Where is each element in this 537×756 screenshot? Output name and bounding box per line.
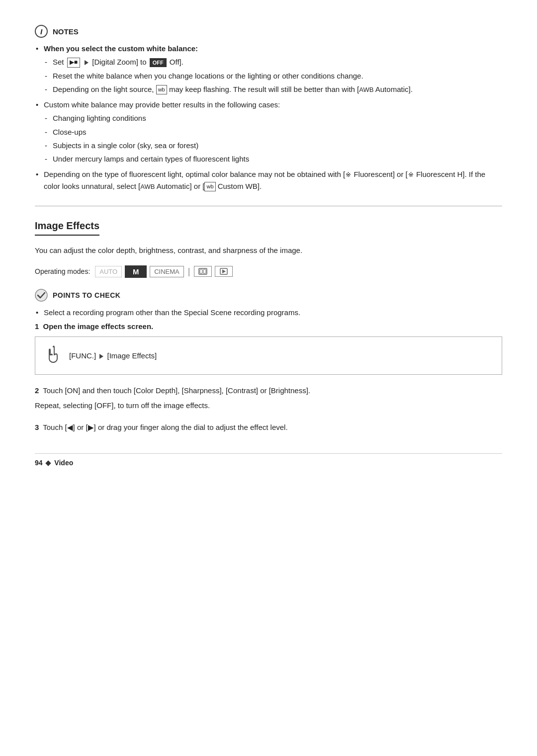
wb-icon: wb <box>156 85 167 94</box>
notes-item-3: Depending on the type of fluorescent lig… <box>35 168 502 192</box>
footer-section: Video <box>54 459 73 467</box>
step-2-note: Repeat, selecting [OFF], to turn off the… <box>35 400 502 412</box>
svg-rect-2 <box>203 269 206 273</box>
image-effects-section: Image Effects You can adjust the color d… <box>35 220 502 433</box>
notes-sub-2-3: Subjects in a single color (sky, sea or … <box>44 140 502 151</box>
mode-divider-1: | <box>188 266 190 277</box>
checkmark-icon <box>35 289 48 302</box>
off-badge: OFF <box>150 58 167 67</box>
page-number: 94 <box>35 459 43 467</box>
step-1-title: Open the image effects screen. <box>43 322 154 331</box>
mode-scene <box>194 266 212 277</box>
svg-point-5 <box>35 289 47 301</box>
notes-sub-1-3: Depending on the light source, wb may ke… <box>44 84 502 95</box>
diamond-icon <box>46 460 51 466</box>
awb-icon-2: AWB <box>140 182 155 190</box>
notes-item-1-text: When you select the custom white balance… <box>44 44 198 53</box>
page-footer: 94 Video <box>35 453 502 467</box>
playback-icon <box>220 268 228 275</box>
points-header-label: POINTS TO CHECK <box>53 291 120 299</box>
step-2-body: 2 Touch [ON] and then touch [Color Depth… <box>35 385 502 397</box>
notes-sub-2-4: Under mercury lamps and certain types of… <box>44 153 502 165</box>
step-2-num: 2 <box>35 386 39 395</box>
fluor-icon-1: ※ <box>346 171 351 178</box>
notes-sub-list-2: Changing lighting conditions Close-ups S… <box>44 112 502 165</box>
movie-mode-icon: ▶■ <box>67 58 80 68</box>
svg-rect-1 <box>200 269 202 273</box>
step-1: 1 Open the image effects screen. [FUNC.]… <box>35 322 502 375</box>
mode-auto: AUTO <box>95 266 122 277</box>
step-3-num: 3 <box>35 423 39 431</box>
step-1-num: 1 <box>35 322 39 331</box>
notes-sub-list-1: Set ▶■ [Digital Zoom] to OFF Off]. Reset… <box>44 56 502 95</box>
notes-item-2: Custom white balance may provide better … <box>35 99 502 165</box>
operating-modes-row: Operating modes: AUTO M CINEMA | <box>35 265 502 278</box>
points-item-1: Select a recording program other than th… <box>35 307 502 318</box>
func-box: [FUNC.] [Image Effects] <box>35 336 502 375</box>
notes-label: NOTES <box>53 27 79 36</box>
func-text: [FUNC.] [Image Effects] <box>69 351 157 360</box>
notes-header: i NOTES <box>35 25 502 38</box>
notes-sub-2-1: Changing lighting conditions <box>44 112 502 124</box>
notes-sub-1-1: Set ▶■ [Digital Zoom] to OFF Off]. <box>44 56 502 68</box>
fluor-icon-2: ※ <box>408 171 414 178</box>
points-to-check-block: POINTS TO CHECK Select a recording progr… <box>35 289 502 318</box>
hand-icon <box>47 345 62 363</box>
arrow-icon-1 <box>85 60 89 65</box>
info-icon: i <box>35 25 48 38</box>
points-list: Select a recording program other than th… <box>35 307 502 318</box>
notes-sub-1-2: Reset the white balance when you change … <box>44 70 502 82</box>
step-2: 2 Touch [ON] and then touch [Color Depth… <box>35 385 502 412</box>
mode-playback <box>215 266 233 277</box>
intro-text: You can adjust the color depth, brightne… <box>35 245 502 256</box>
mode-m: M <box>125 265 147 278</box>
notes-sub-2-2: Close-ups <box>44 126 502 138</box>
svg-marker-4 <box>222 269 226 273</box>
points-header-row: POINTS TO CHECK <box>35 289 502 302</box>
step-3: 3 Touch [◀] or [▶] or drag your finger a… <box>35 421 502 433</box>
notes-item-1: When you select the custom white balance… <box>35 43 502 95</box>
finger-icon <box>47 345 62 366</box>
mode-cinema: CINEMA <box>150 266 184 277</box>
scene-icon <box>198 268 207 275</box>
section-title: Image Effects <box>35 220 502 245</box>
step-1-header: 1 Open the image effects screen. <box>35 322 502 331</box>
operating-modes-label: Operating modes: <box>35 267 90 275</box>
custom-wb-icon: wb <box>204 182 215 191</box>
awb-icon: AWB <box>359 86 373 93</box>
func-arrow <box>99 354 103 359</box>
step-3-body: 3 Touch [◀] or [▶] or drag your finger a… <box>35 421 502 433</box>
notes-list: When you select the custom white balance… <box>35 43 502 192</box>
notes-section: i NOTES When you select the custom white… <box>35 20 502 206</box>
